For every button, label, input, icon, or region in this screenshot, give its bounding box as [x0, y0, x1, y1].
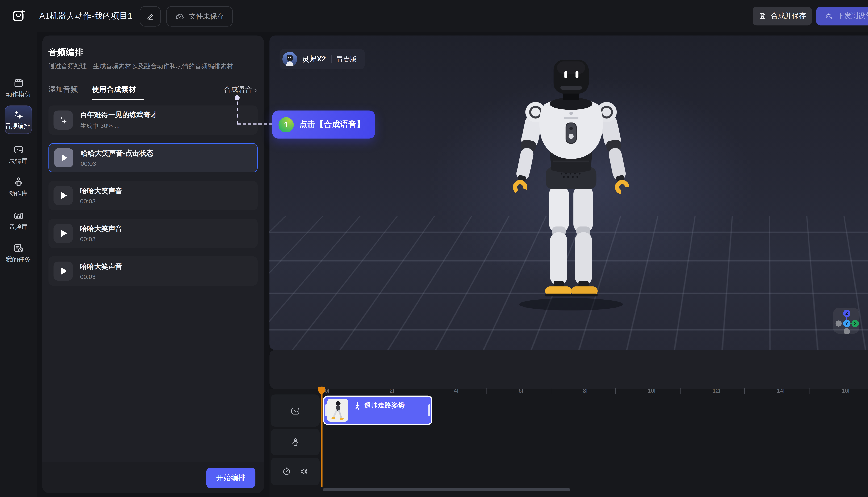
audio-item-generating[interactable]: 百年难得一见的练武奇才 生成中 30% ... — [48, 105, 257, 135]
audio-item[interactable]: 哈哈大笑声音 00:03 — [48, 219, 257, 248]
badge-divider — [331, 55, 332, 63]
play-icon — [61, 230, 67, 237]
speaker-icon — [299, 467, 309, 476]
guide-connector-horizontal — [237, 123, 272, 125]
robot-name: 灵犀X2 — [302, 54, 326, 64]
panel-title: 音频编排 — [48, 47, 83, 59]
axis-gizmo[interactable]: Z X Y — [833, 308, 859, 333]
guide-tooltip-text: 点击【合成语音】 — [299, 119, 365, 129]
ruler-minor-tick — [744, 388, 745, 394]
audio-item[interactable]: 哈哈大笑声音 00:03 — [48, 181, 257, 210]
play-button[interactable] — [54, 224, 73, 243]
file-status-button[interactable]: 文件未保存 — [166, 6, 233, 27]
rename-button[interactable] — [140, 6, 160, 27]
playhead-line[interactable] — [321, 387, 322, 487]
clapperboard-icon — [13, 77, 24, 88]
ruler-minor-tick — [357, 388, 358, 394]
walking-person-icon — [353, 401, 361, 409]
playhead-handle[interactable] — [318, 387, 325, 395]
app-logo-icon — [11, 9, 26, 23]
robot-edition: 青春版 — [336, 54, 357, 64]
audio-item-duration: 00:03 — [80, 273, 122, 280]
clip-title: 超帅走路姿势 — [364, 401, 405, 410]
audio-arrange-panel: 音频编排 通过音频处理，生成音频素材以及融合动作和表情的音频编排素材 添加音频 … — [42, 36, 264, 493]
play-icon — [62, 154, 67, 161]
sidebar-item-audio-library[interactable]: 音频库 — [0, 210, 37, 231]
audio-item-duration: 00:03 — [80, 236, 122, 242]
ruler-tick-label: 4f — [454, 388, 459, 394]
ruler-minor-tick — [486, 388, 487, 394]
sparkles-icon — [13, 109, 24, 120]
audio-item-duration: 00:03 — [80, 198, 122, 204]
expression-track-icon — [290, 406, 300, 416]
audio-item-selected[interactable]: 哈哈大笑声音-点击状态 00:03 — [48, 143, 257, 172]
sidebar-item-motion-library[interactable]: 动作库 — [0, 176, 37, 198]
robot-3d-model[interactable] — [484, 57, 658, 322]
save-button[interactable]: 合成并保存 — [753, 7, 812, 25]
ruler-minor-tick — [615, 388, 616, 394]
track-header-expression[interactable] — [271, 395, 320, 427]
clip-trim-handle-right[interactable] — [429, 404, 430, 416]
play-button[interactable] — [54, 261, 73, 281]
clip-trim-handle-left[interactable] — [325, 404, 327, 416]
guide-step-badge: 1 — [278, 117, 294, 132]
robot-model-badge: 灵犀X2 青春版 — [280, 49, 365, 69]
3d-viewport[interactable]: 灵犀X2 青春版 Z X Y — [269, 36, 868, 350]
guide-connector-vertical — [236, 101, 237, 124]
ruler-tick-label: 14f — [777, 388, 785, 394]
play-button[interactable] — [54, 186, 73, 205]
robot-download-icon — [824, 12, 833, 20]
generating-sparkle-icon — [54, 111, 73, 130]
ruler-tick-label: 12f — [713, 388, 720, 394]
save-icon — [758, 12, 767, 20]
pencil-icon — [146, 12, 155, 21]
speed-dial-icon — [282, 467, 291, 476]
motion-track-icon — [290, 437, 300, 447]
sidebar-label: 音频编排 — [5, 122, 32, 130]
timeline-clip-walk-pose[interactable]: 超帅走路姿势 — [323, 396, 432, 425]
axis-x-label: X — [854, 321, 857, 326]
axis-neg-x — [836, 320, 842, 327]
sidebar-label: 音频库 — [0, 223, 37, 231]
ruler-tick-label: 8f — [583, 388, 588, 394]
sidebar-item-expression-library[interactable]: 表情库 — [0, 144, 37, 165]
audio-item[interactable]: 哈哈大笑声音 00:03 — [48, 256, 257, 286]
play-icon — [61, 192, 67, 199]
ruler-minor-tick — [422, 388, 422, 394]
ruler-tick-label: 0f — [325, 388, 330, 394]
robot-avatar — [282, 52, 297, 67]
synthesize-voice-label: 合成语音 — [224, 85, 252, 95]
player-toolbar: 00:00 / 00:30 — [269, 350, 868, 389]
sidebar-item-audio-arrange[interactable]: 音频编排 — [4, 105, 32, 134]
tab-use-synth-material[interactable]: 使用合成素材 — [92, 85, 136, 95]
audio-item-title: 哈哈大笑声音 — [80, 262, 122, 272]
track-header-motion[interactable] — [271, 429, 320, 455]
tab-add-audio[interactable]: 添加音频 — [48, 85, 78, 95]
clip-thumbnail — [327, 399, 348, 422]
deploy-button[interactable]: 下发到设备 — [816, 7, 868, 25]
task-list-clock-icon — [13, 242, 24, 254]
track-header-audio[interactable] — [271, 458, 320, 485]
sidebar-item-motion-mimic[interactable]: 动作模仿 — [0, 77, 37, 99]
chevron-right-icon: › — [254, 86, 257, 93]
timeline-horizontal-scrollbar[interactable] — [323, 488, 570, 491]
play-button[interactable] — [54, 148, 73, 167]
file-status-label: 文件未保存 — [189, 12, 224, 21]
audio-item-status: 生成中 30% ... — [80, 122, 158, 130]
sidebar-item-my-tasks[interactable]: 我的任务 — [0, 242, 37, 264]
axis-y-label: Y — [845, 321, 848, 326]
sidebar-nav: 动作模仿 音频编排 表情库 动作库 音频库 — [0, 32, 37, 497]
sidebar-label: 表情库 — [0, 157, 37, 165]
play-icon — [61, 268, 67, 274]
synthesize-voice-link[interactable]: 合成语音 › — [224, 85, 257, 95]
audio-item-title: 哈哈大笑声音-点击状态 — [81, 149, 153, 158]
ruler-minor-tick — [809, 388, 810, 394]
active-tab-underline — [92, 99, 144, 100]
person-icon — [13, 176, 24, 188]
save-button-label: 合成并保存 — [771, 11, 806, 21]
audio-item-title: 哈哈大笑声音 — [80, 187, 122, 196]
start-arrange-button[interactable]: 开始编排 — [206, 468, 255, 488]
panel-description: 通过音频处理，生成音频素材以及融合动作和表情的音频编排素材 — [48, 62, 233, 70]
ruler-tick-label: 10f — [648, 388, 656, 394]
sidebar-label: 动作模仿 — [0, 90, 37, 99]
